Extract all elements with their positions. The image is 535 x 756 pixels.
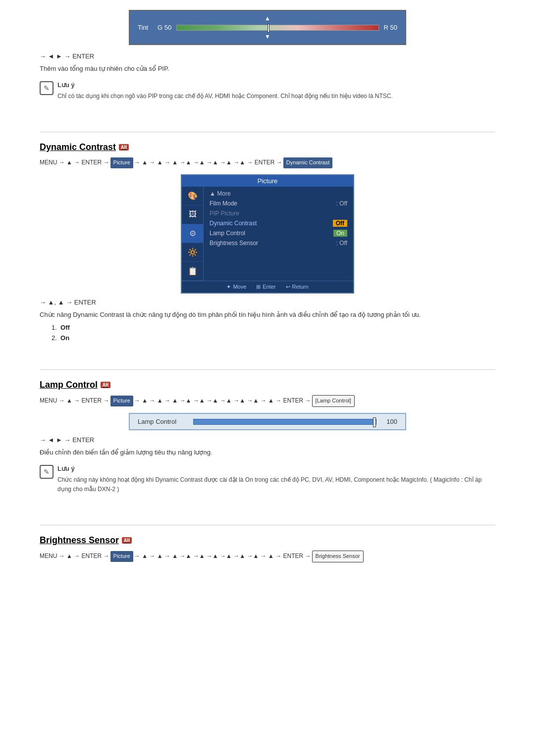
pic-item-pip: PIP Picture xyxy=(204,208,353,218)
dynamic-contrast-title: Dynamic Contrast xyxy=(40,142,116,152)
pic-item-dc-value: Off xyxy=(333,220,347,227)
tint-box: ▲ Tint G 50 R 50 ▼ xyxy=(129,10,406,45)
pic-item-film-mode: Film Mode : Off xyxy=(204,199,353,208)
footer-move: ✦ Move xyxy=(226,284,246,290)
picture-menu-container: Picture 🎨 🖼 ⚙ 🔆 📋 ▲ More Film Mode : Off xyxy=(40,174,495,294)
tint-note-content: Lưu ý Chỉ có tác dụng khi chọn ngõ vào P… xyxy=(57,80,393,101)
tint-g-value: G 50 xyxy=(158,24,171,31)
pic-item-lamp-control[interactable]: Lamp Control On xyxy=(204,228,353,238)
menu-path-prefix: MENU → ▲ → ENTER → xyxy=(40,157,109,168)
lamp-slider-thumb xyxy=(373,417,376,427)
lc-path-prefix: MENU → ▲ → ENTER → xyxy=(40,396,109,406)
divider-2 xyxy=(40,369,495,370)
dc-on-label: On xyxy=(60,334,69,342)
pic-icon-5: 📋 xyxy=(182,262,204,281)
tint-note-text: Chỉ có tác dụng khi chọn ngõ vào PIP tro… xyxy=(57,93,393,100)
tint-slider-track[interactable] xyxy=(176,25,378,31)
pic-icon-3: ⚙ xyxy=(182,224,204,243)
pic-icon-4: 🔆 xyxy=(182,243,204,262)
lamp-slider-container: Lamp Control 100 xyxy=(40,413,495,430)
menu-chip-result: Dynamic Contrast xyxy=(283,157,332,168)
pic-item-bs-value: : Off xyxy=(336,240,347,247)
dc-description: Chức năng Dynamic Contrast là chức năng … xyxy=(40,310,495,320)
tint-section: ▲ Tint G 50 R 50 ▼ → ◄ ► → ENTER Thêm và… xyxy=(40,10,495,117)
pic-icon-1: 🎨 xyxy=(182,187,204,205)
lamp-note-content: Lưu ý Chức năng này không hoạt động khi … xyxy=(57,464,495,494)
picture-menu-items: ▲ More Film Mode : Off PIP Picture Dynam… xyxy=(204,187,353,281)
pic-item-dynamic-contrast[interactable]: Dynamic Contrast Off xyxy=(204,218,353,228)
tint-r-value: R 50 xyxy=(384,24,397,31)
lc-path-arrows: → ▲ → ▲ → ▲ →▲ →▲ →▲ →▲ →▲ →▲ → ▲ → ENTE… xyxy=(134,396,311,406)
dynamic-contrast-badge: AH xyxy=(119,144,129,151)
lc-nav-text: → ◄ ► → ENTER xyxy=(40,436,495,444)
divider-3 xyxy=(40,525,495,525)
lc-description: Điều chỉnh đèn biến tần để giảm lượng ti… xyxy=(40,448,495,458)
pic-item-more-label: ▲ More xyxy=(210,190,231,197)
pic-item-brightness-sensor[interactable]: Brightness Sensor : Off xyxy=(204,238,353,248)
picture-menu-body: 🎨 🖼 ⚙ 🔆 📋 ▲ More Film Mode : Off PI xyxy=(182,187,353,281)
bs-path-prefix: MENU → ▲ → ENTER → xyxy=(40,551,109,562)
lamp-control-title: Lamp Control xyxy=(40,380,98,390)
pic-item-lamp-value: On xyxy=(333,230,347,237)
lamp-slider-track[interactable] xyxy=(193,419,376,425)
tint-up-arrow: ▲ xyxy=(265,15,270,22)
pic-item-film-value: : Off xyxy=(336,200,347,207)
tint-note-title: Lưu ý xyxy=(57,80,393,91)
brightness-sensor-menu-path: MENU → ▲ → ENTER → Picture → ▲ → ▲ → ▲ →… xyxy=(40,551,495,562)
dc-list-item-1: 1. Off xyxy=(52,324,495,331)
return-label: Return xyxy=(292,284,309,290)
tint-down-arrow: ▼ xyxy=(265,33,270,40)
dynamic-contrast-heading: Dynamic Contrast AH xyxy=(40,142,495,152)
tint-label: Tint xyxy=(138,24,153,31)
pic-icon-2: 🖼 xyxy=(182,205,204,224)
lc-dest-label: [Lamp Control] xyxy=(312,395,355,407)
enter-icon: ⊞ xyxy=(256,284,261,290)
tint-slider-container: ▲ Tint G 50 R 50 ▼ xyxy=(40,10,495,45)
menu-path-arrows: → ▲ → ▲ → ▲ →▲ →▲ →▲ →▲ →▲ → ENTER → xyxy=(134,157,282,168)
lamp-control-heading: Lamp Control AH xyxy=(40,380,495,390)
lc-menu-chip: Picture xyxy=(110,396,133,406)
divider-1 xyxy=(40,132,495,132)
lamp-slider-value: 100 xyxy=(382,418,397,425)
lamp-note-box: ✎ Lưu ý Chức năng này không hoạt động kh… xyxy=(40,464,495,494)
lamp-slider-label: Lamp Control xyxy=(138,418,187,425)
dynamic-contrast-menu-path: MENU → ▲ → ENTER → Picture → ▲ → ▲ → ▲ →… xyxy=(40,157,495,168)
tint-slider-thumb xyxy=(268,24,269,33)
picture-menu-footer: ✦ Move ⊞ Enter ↩ Return xyxy=(182,281,353,293)
lamp-note-icon: ✎ xyxy=(40,465,54,479)
pic-item-more: ▲ More xyxy=(204,189,353,199)
pic-item-lamp-label: Lamp Control xyxy=(210,230,245,237)
pic-item-bs-label: Brightness Sensor xyxy=(210,240,258,247)
move-label: Move xyxy=(233,284,246,290)
lamp-box: Lamp Control 100 xyxy=(129,413,406,430)
tint-row: Tint G 50 R 50 xyxy=(138,24,397,31)
lamp-control-menu-path: MENU → ▲ → ENTER → Picture → ▲ → ▲ → ▲ →… xyxy=(40,395,495,407)
return-icon: ↩ xyxy=(286,284,290,290)
dc-list-item-2: 2. On xyxy=(52,334,495,342)
pic-item-film-label: Film Mode xyxy=(210,200,237,207)
bs-path-arrows: → ▲ → ▲ → ▲ →▲ →▲ →▲ →▲ →▲ →▲ → ▲ → ENTE… xyxy=(134,551,311,562)
picture-menu: Picture 🎨 🖼 ⚙ 🔆 📋 ▲ More Film Mode : Off xyxy=(181,174,354,294)
lamp-control-section: Lamp Control AH MENU → ▲ → ENTER → Pictu… xyxy=(40,380,495,510)
bs-dest-label: Brightness Sensor xyxy=(312,551,364,562)
move-icon: ✦ xyxy=(226,284,231,290)
dc-nav-text: → ▲, ▲ → ENTER xyxy=(40,299,495,306)
bs-menu-chip: Picture xyxy=(110,551,133,562)
tint-nav-text: → ◄ ► → ENTER xyxy=(40,52,495,60)
pic-item-dc-label: Dynamic Contrast xyxy=(210,220,257,227)
picture-menu-title: Picture xyxy=(182,175,353,187)
dc-off-label: Off xyxy=(60,324,70,331)
brightness-sensor-badge: AH xyxy=(122,537,132,544)
lamp-note-title: Lưu ý xyxy=(57,464,495,474)
brightness-sensor-heading: Brightness Sensor AH xyxy=(40,535,495,546)
pic-item-pip-label: PIP Picture xyxy=(210,210,239,217)
lamp-note-text: Chức năng này không hoạt động khi Dynami… xyxy=(57,476,482,493)
brightness-sensor-title: Brightness Sensor xyxy=(40,535,119,546)
tint-description: Thêm vào tổng màu tự nhiên cho cửa sổ PI… xyxy=(40,64,495,74)
dynamic-contrast-section: Dynamic Contrast AH MENU → ▲ → ENTER → P… xyxy=(40,142,495,355)
menu-chip-picture: Picture xyxy=(110,157,133,168)
tint-note-box: ✎ Lưu ý Chỉ có tác dụng khi chọn ngõ vào… xyxy=(40,80,495,101)
footer-return: ↩ Return xyxy=(286,284,309,290)
footer-enter: ⊞ Enter xyxy=(256,284,275,290)
note-icon: ✎ xyxy=(40,81,54,95)
